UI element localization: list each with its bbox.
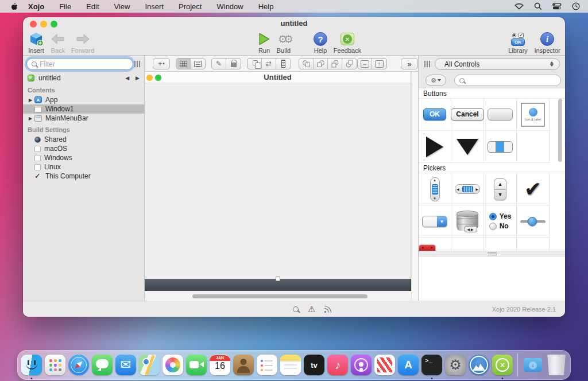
library-item-radio-group[interactable]: YesNo xyxy=(484,205,517,238)
dock-icon-podcasts[interactable] xyxy=(351,355,372,375)
build-button[interactable]: ⚙⚙ Build xyxy=(265,32,302,54)
dock-icon-finder[interactable] xyxy=(21,355,42,375)
feed-icon[interactable] xyxy=(324,305,332,313)
align-center-icon[interactable] xyxy=(314,59,328,69)
disclosure-icon[interactable]: ▶ xyxy=(26,116,34,121)
library-item-horizontal-scrollbar[interactable] xyxy=(451,173,484,205)
sidebar-item-shared[interactable]: Shared xyxy=(23,135,144,144)
library-splitter[interactable] xyxy=(419,251,565,256)
dock-icon-xojo[interactable]: ✕ xyxy=(492,355,513,375)
equal-width-icon[interactable]: ↔ xyxy=(358,59,372,69)
library-drag-handle-icon[interactable] xyxy=(424,61,430,67)
library-item-icon-label-button[interactable]: Icon & Label xyxy=(517,99,550,131)
lock-icon[interactable] xyxy=(226,59,241,69)
inspector-button[interactable]: i Inspector xyxy=(529,32,566,54)
dock-icon-terminal[interactable]: >_ xyxy=(421,355,442,375)
dock-icon-facetime[interactable] xyxy=(186,355,207,375)
sidebar-item-mainmenubar[interactable]: ▶MainMenuBar xyxy=(23,114,144,123)
dock-icon-messages[interactable] xyxy=(92,355,113,375)
align-top-icon[interactable] xyxy=(328,59,342,69)
dock-icon-contacts[interactable] xyxy=(233,355,254,375)
navigator-options-icon[interactable] xyxy=(134,61,140,67)
designed-window-titlebar[interactable]: Untitled xyxy=(145,72,411,83)
pencil-icon[interactable]: ✎ xyxy=(212,59,226,69)
align-left-icon[interactable] xyxy=(299,59,314,69)
designed-window[interactable]: Untitled xyxy=(145,72,411,290)
align-bottom-icon[interactable] xyxy=(342,59,357,69)
project-row[interactable]: untitled ◀ ▶ xyxy=(23,72,144,83)
library-item-default-button[interactable] xyxy=(484,99,517,131)
library-item-cancel-button[interactable]: Cancel xyxy=(451,99,484,131)
library-search-input[interactable] xyxy=(467,76,556,84)
dock-icon-appstore[interactable]: A xyxy=(398,355,419,375)
library-scrollbar[interactable] xyxy=(558,99,562,162)
dock-icon-news[interactable] xyxy=(374,355,395,375)
control-center-icon[interactable] xyxy=(552,3,562,10)
menu-item-window[interactable]: Window xyxy=(216,2,243,11)
dock-icon-music[interactable]: ♪ xyxy=(327,355,348,375)
menu-item-project[interactable]: Project xyxy=(179,2,202,11)
library-settings-button[interactable]: ⚙ xyxy=(425,75,446,86)
library-item-segmented-control[interactable] xyxy=(484,131,517,163)
library-item-calendar-control[interactable] xyxy=(419,238,451,251)
library-item-slider[interactable] xyxy=(517,205,550,238)
dock-icon-mail[interactable]: ✉ xyxy=(115,355,136,375)
library-item-stepper[interactable] xyxy=(484,173,517,205)
nav-forward-icon[interactable]: ▶ xyxy=(136,75,140,81)
more-tools-button[interactable]: » xyxy=(401,58,418,69)
clock-icon[interactable] xyxy=(572,2,580,10)
dock-icon-sysprefs[interactable]: ⚙ xyxy=(445,355,466,375)
menu-item-view[interactable]: View xyxy=(114,2,130,11)
menu-item-app[interactable]: Xojo xyxy=(28,2,44,11)
library-item-checkbox[interactable]: ✔ xyxy=(517,173,550,205)
sidebar-item-linux[interactable]: Linux xyxy=(23,162,144,172)
dock-icon-launchpad[interactable] xyxy=(45,355,65,375)
designed-window-body[interactable] xyxy=(145,83,411,279)
find-icon[interactable] xyxy=(293,306,299,312)
library-item-ok-button[interactable]: OK xyxy=(419,99,451,131)
spotlight-search-icon[interactable] xyxy=(534,2,542,10)
sidebar-item-window1[interactable]: Window1 xyxy=(23,104,144,114)
dock-icon-downloads[interactable] xyxy=(523,355,543,375)
library-item-database-query[interactable]: ◀▶ xyxy=(451,205,484,238)
equal-height-icon[interactable]: ↕ xyxy=(372,59,386,69)
library-item-popup-menu[interactable] xyxy=(419,205,451,238)
wifi-icon[interactable] xyxy=(514,3,524,10)
dock-icon-reminders[interactable] xyxy=(257,355,277,375)
library-item-disclosure-triangle[interactable] xyxy=(419,131,451,163)
ruler-icon[interactable] xyxy=(276,59,291,69)
add-control-button[interactable]: +▾ xyxy=(153,58,170,69)
filter-input[interactable] xyxy=(40,60,129,68)
dock-icon-calendar[interactable]: JAN16 xyxy=(210,355,230,375)
disclosure-icon[interactable]: ▶ xyxy=(26,98,34,103)
sidebar-item-windows[interactable]: Windows xyxy=(23,153,144,162)
dock-icon-notes[interactable] xyxy=(280,355,301,375)
duplicate-icon[interactable] xyxy=(247,59,262,69)
library-item-vertical-scrollbar[interactable] xyxy=(419,173,451,205)
sidebar-item-macos[interactable]: macOS xyxy=(23,144,144,153)
sidebar-item-this-computer[interactable]: ✓This Computer xyxy=(23,172,144,181)
reorder-icon[interactable]: ⇄ xyxy=(262,59,276,69)
forward-button[interactable]: Forward xyxy=(64,32,101,54)
resize-handle[interactable] xyxy=(276,277,280,281)
library-filter-popup[interactable]: All Controls xyxy=(435,58,560,70)
menu-item-insert[interactable]: Insert xyxy=(145,2,164,11)
dock-icon-photos[interactable] xyxy=(163,355,183,375)
editor-horizontal-scrollbar[interactable] xyxy=(192,294,368,298)
dock-icon-appletv[interactable]: tv xyxy=(304,355,324,375)
library-search-field[interactable] xyxy=(454,75,561,86)
outline-view-button[interactable] xyxy=(191,59,205,69)
dock-icon-docs[interactable] xyxy=(469,355,489,375)
design-canvas[interactable]: Untitled xyxy=(145,72,418,301)
menu-item-edit[interactable]: Edit xyxy=(86,2,99,11)
dock-icon-maps[interactable] xyxy=(139,355,160,375)
apple-menu-icon[interactable] xyxy=(10,2,18,11)
warnings-icon[interactable]: ⚠ xyxy=(308,304,315,314)
menu-item-help[interactable]: Help xyxy=(258,2,274,11)
sidebar-item-app[interactable]: ▶AApp xyxy=(23,95,144,104)
feedback-button[interactable]: ✕ Feedback xyxy=(329,32,366,54)
dock-icon-safari[interactable] xyxy=(68,355,89,375)
menu-item-file[interactable]: File xyxy=(59,2,71,11)
window-titlebar[interactable]: untitled xyxy=(23,17,565,30)
navigator-filter-field[interactable] xyxy=(26,58,133,70)
